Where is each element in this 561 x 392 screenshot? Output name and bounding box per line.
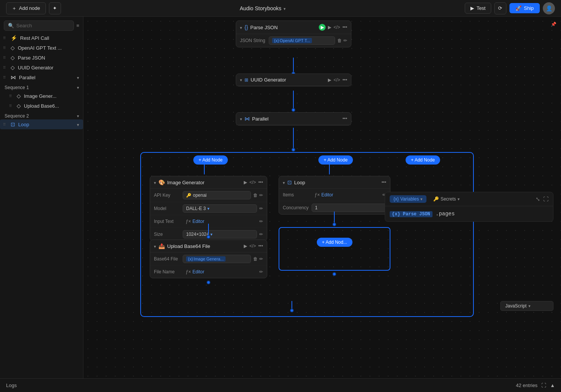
fx-icon: ƒ× <box>186 269 191 274</box>
history-button[interactable]: ⟳ <box>494 2 506 14</box>
sidebar-item-parse-json[interactable]: ⠿ ◇ Parse JSON <box>0 53 83 63</box>
embed-icon[interactable]: </> <box>249 243 256 249</box>
field-base64-file: Base64 File {x} Image Genera... 🗑 ✏ <box>150 252 267 266</box>
concurrency-value[interactable]: 1 <box>312 204 386 212</box>
input-text-editor[interactable]: ƒ× Editor <box>183 218 257 225</box>
filter-icon[interactable]: ≡ <box>76 23 79 28</box>
sidebar-item-uuid[interactable]: ⠿ ◇ UUID Generator <box>0 63 83 72</box>
connector-dot-bottom <box>290 309 294 312</box>
sidebar-item-label: Upload Base6... <box>24 103 59 109</box>
node-actions: ▶ ▶ </> ••• <box>319 24 347 31</box>
editor-label: Editor <box>321 192 333 198</box>
more-icon[interactable]: ••• <box>342 77 347 83</box>
add-node-btn-1[interactable]: + Add Node <box>193 155 228 165</box>
magic-button[interactable]: ✦ <box>49 2 61 14</box>
delete-icon[interactable]: 🗑 <box>253 256 258 262</box>
connector-dot <box>291 108 295 112</box>
sidebar-section-seq2[interactable]: Sequence 2 <box>0 111 83 119</box>
edit-icon[interactable]: ✏ <box>259 269 263 274</box>
size-select[interactable]: 1024×1024 ▾ <box>183 230 257 238</box>
loop-node: ⊡ Loop ••• Items ƒ× Editor ✏ Concurrency… <box>279 176 390 215</box>
file-name-editor[interactable]: ƒ× Editor <box>183 268 257 276</box>
expand-icon[interactable]: ⛶ <box>541 383 546 388</box>
parse-json-icon: ◇ <box>11 55 15 61</box>
logs-label[interactable]: Logs <box>6 383 17 388</box>
title-chevron-icon[interactable] <box>284 5 286 11</box>
delete-icon[interactable]: 🗑 <box>337 38 342 43</box>
test-button[interactable]: ▶ Test <box>465 3 491 14</box>
add-node-button[interactable]: ＋ Add node <box>6 2 46 14</box>
add-node-btn-2[interactable]: + Add Node <box>318 155 353 165</box>
field-actions: ✏ <box>259 232 263 237</box>
x-icon: {x} <box>393 196 399 202</box>
field-actions: 🗑 ✏ <box>253 256 263 262</box>
parallel-icon: ⋈ <box>11 74 16 80</box>
drag-handle-icon: ⠿ <box>3 56 6 60</box>
collapse-icon[interactable] <box>154 180 156 185</box>
edit-icon[interactable]: ✏ <box>259 256 263 262</box>
items-editor[interactable]: ƒ× Editor <box>312 191 380 199</box>
drag-handle-icon: ⠿ <box>3 75 6 80</box>
model-select[interactable]: DALL-E 3 ▾ <box>183 204 257 213</box>
sidebar-item-image-gen[interactable]: ⠿ ◇ Image Gener... <box>6 91 83 101</box>
sidebar-item-parallel[interactable]: ⠿ ⋈ Parallel <box>0 72 83 82</box>
more-icon[interactable]: ••• <box>381 180 386 185</box>
sidebar-section-seq1[interactable]: Sequence 1 <box>0 82 83 91</box>
edit-icon[interactable]: ✏ <box>343 38 347 43</box>
field-value-base64[interactable]: {x} Image Genera... <box>183 255 251 263</box>
chevron-seq1-icon <box>77 85 79 90</box>
loop-header: ⊡ Loop ••• <box>279 176 390 189</box>
entries-count: 42 entries <box>516 383 537 388</box>
openai-icon: ◇ <box>11 45 15 51</box>
edit-icon[interactable]: ✏ <box>259 219 263 224</box>
ship-icon: 🚀 <box>516 5 522 11</box>
sidebar-item-upload-base64[interactable]: ⠿ ◇ Upload Base6... <box>6 101 83 111</box>
edit-icon[interactable]: ✏ <box>259 206 263 211</box>
collapse-icon[interactable] <box>240 116 242 122</box>
embed-icon[interactable]: </> <box>334 77 340 83</box>
field-label: Size <box>154 232 180 237</box>
resize-icon[interactable]: ⤡ <box>536 196 540 202</box>
run-icon[interactable]: ▶ <box>244 180 247 185</box>
node-title: Loop <box>294 180 379 185</box>
field-value-api-key[interactable]: 🔑 openai <box>183 191 251 199</box>
run-icon[interactable]: ▶ <box>319 24 326 31</box>
field-value[interactable]: {x} OpenAI GPT T... <box>269 36 335 45</box>
inner-add-node-btn[interactable]: + Add Nod... <box>317 238 352 247</box>
secrets-tab[interactable]: 🔑 Secrets <box>429 195 464 203</box>
language-selector[interactable]: JavaScript <box>500 301 553 311</box>
property-text: .pages <box>436 211 454 217</box>
embed-icon[interactable]: </> <box>334 25 340 30</box>
delete-icon[interactable]: 🗑 <box>253 193 258 198</box>
edit-icon[interactable]: ✏ <box>259 193 263 198</box>
collapse-icon[interactable] <box>154 243 156 249</box>
code-icon[interactable]: ▶ <box>328 25 331 30</box>
image-gen-node-icon: 🎨 <box>158 179 165 185</box>
ship-button[interactable]: 🚀 Ship <box>509 3 540 13</box>
add-node-btn-1-wrapper: + Add Node <box>193 155 228 165</box>
embed-icon[interactable]: </> <box>249 180 256 185</box>
sidebar-item-openai[interactable]: ⠿ ◇ OpenAI GPT Text ... <box>0 43 83 53</box>
variables-tab[interactable]: {x} Variables <box>390 195 426 203</box>
add-node-btn-3[interactable]: + Add Node <box>406 155 440 165</box>
more-icon[interactable]: ••• <box>342 25 347 30</box>
avatar[interactable]: 👤 <box>543 2 555 14</box>
sidebar-item-loop[interactable]: ⠿ ⊡ Loop <box>0 119 83 129</box>
more-icon[interactable]: ••• <box>258 180 263 185</box>
var-tag: {x} Image Genera... <box>186 256 226 262</box>
pin-icon[interactable]: 📌 <box>551 22 556 27</box>
expand-icon[interactable]: ⛶ <box>543 196 548 202</box>
edit-icon[interactable]: ✏ <box>259 232 263 237</box>
sidebar-item-label: Image Gener... <box>24 93 56 99</box>
collapse-icon[interactable] <box>240 25 242 30</box>
field-label: Concurrency <box>283 205 309 210</box>
run-icon[interactable]: ▶ <box>328 77 331 83</box>
collapse-icon[interactable] <box>283 180 285 185</box>
more-icon[interactable]: ••• <box>342 116 347 121</box>
chevron-up-icon[interactable]: ▲ <box>550 383 555 388</box>
sidebar-item-rest-api[interactable]: ⠿ ⚡ Rest API Call <box>0 33 83 43</box>
more-icon[interactable]: ••• <box>258 243 263 249</box>
search-box[interactable]: 🔍 Search <box>4 20 74 31</box>
run-icon[interactable]: ▶ <box>244 243 247 249</box>
collapse-icon[interactable] <box>240 77 242 83</box>
